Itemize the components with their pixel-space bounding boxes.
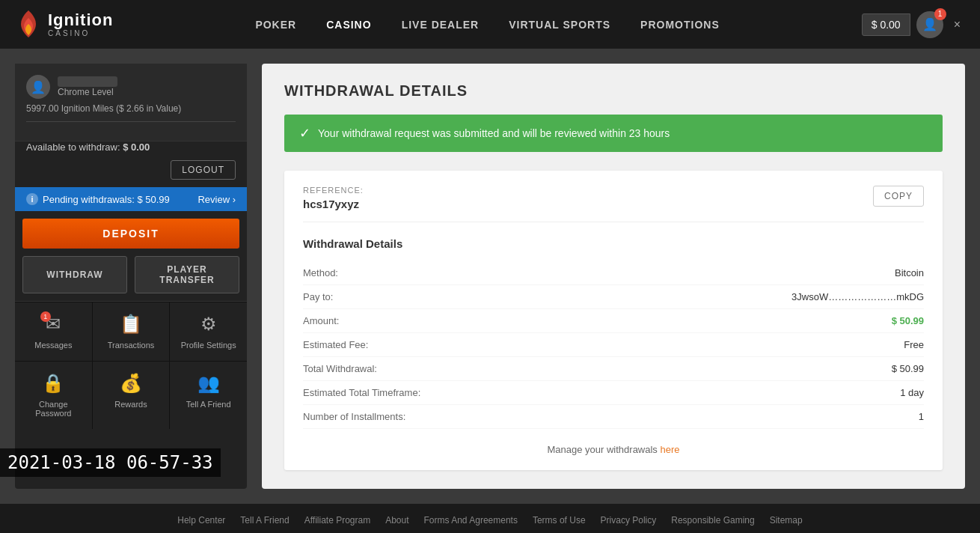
menu-password[interactable]: 🔒 Change Password <box>15 362 92 429</box>
info-icon: i <box>26 193 38 205</box>
reference-label: REFERENCE: <box>303 186 364 195</box>
total-value: $ 50.99 <box>892 363 924 374</box>
user-level: Chrome Level <box>58 87 117 97</box>
available-amount: $ 0.00 <box>123 141 150 153</box>
transactions-label: Transactions <box>108 341 155 350</box>
footer-responsible[interactable]: Responsible Gaming <box>671 515 754 526</box>
transactions-icon: 📋 <box>120 314 142 335</box>
balance-button[interactable]: $ 0.00 <box>862 13 910 36</box>
footer-privacy[interactable]: Privacy Policy <box>601 515 657 526</box>
logo-casino-label: CASINO <box>48 29 113 37</box>
page-title: WITHDRAWAL DETAILS <box>284 82 943 100</box>
nav-virtual-sports[interactable]: VIRTUAL SPORTS <box>509 19 610 31</box>
payto-value: 3JwsoW…………………mkDG <box>791 291 924 302</box>
total-label: Total Withdrawal: <box>303 363 377 374</box>
reference-row: REFERENCE: hcs17yxyz COPY <box>303 186 924 222</box>
deposit-button[interactable]: DEPOSIT <box>22 219 239 249</box>
logo-text: Ignition CASINO <box>48 11 113 37</box>
nav-casino[interactable]: CASINO <box>326 19 371 31</box>
manage-text: Manage your withdrawals <box>547 444 660 455</box>
details-card: REFERENCE: hcs17yxyz COPY Withdrawal Det… <box>284 171 943 470</box>
profile-icon: ⚙ <box>200 314 217 335</box>
nav-poker[interactable]: POKER <box>255 19 296 31</box>
main-header: Ignition CASINO POKER CASINO LIVE DEALER… <box>0 0 980 49</box>
footer-help[interactable]: Help Center <box>177 515 225 526</box>
friend-label: Tell A Friend <box>186 400 231 409</box>
success-message: Your withdrawal request was submitted an… <box>318 127 670 139</box>
close-button[interactable]: × <box>949 18 965 31</box>
menu-grid: ✉ 1 Messages 📋 Transactions ⚙ Profile Se… <box>15 301 247 429</box>
review-link[interactable]: Review › <box>197 194 236 205</box>
user-miles: 5997.00 Ignition Miles ($ 2.66 in Value) <box>26 103 236 114</box>
manage-row: Manage your withdrawals here <box>303 444 924 455</box>
footer-terms[interactable]: Terms of Use <box>533 515 586 526</box>
payto-label: Pay to: <box>303 291 333 302</box>
detail-total: Total Withdrawal: $ 50.99 <box>303 357 924 381</box>
friend-icon: 👥 <box>197 373 220 394</box>
pending-text: Pending withdrawals: $ 50.99 <box>43 194 170 205</box>
installments-label: Number of Installments: <box>303 411 405 422</box>
user-header: 👤 Chrome Level 5997.00 Ignition Miles ($… <box>15 64 247 141</box>
pending-info: i Pending withdrawals: $ 50.99 <box>26 193 170 205</box>
nav-live-dealer[interactable]: LIVE DEALER <box>402 19 480 31</box>
detail-installments: Number of Installments: 1 <box>303 405 924 429</box>
user-name-blurred <box>58 76 117 87</box>
right-panel: WITHDRAWAL DETAILS ✓ Your withdrawal req… <box>262 64 965 489</box>
header-right: $ 0.00 👤 1 × <box>862 11 965 38</box>
detail-method: Method: Bitcoin <box>303 261 924 285</box>
rewards-label: Rewards <box>114 400 147 409</box>
reference-info: REFERENCE: hcs17yxyz <box>303 186 364 210</box>
messages-badge: 1 <box>40 311 51 322</box>
manage-link[interactable]: here <box>661 444 680 455</box>
user-info-row: 👤 Chrome Level <box>26 75 236 99</box>
detail-payto: Pay to: 3JwsoW…………………mkDG <box>303 285 924 309</box>
site-footer: Help Center Tell A Friend Affiliate Prog… <box>0 504 980 533</box>
detail-fee: Estimated Fee: Free <box>303 333 924 357</box>
messages-label: Messages <box>34 341 72 350</box>
menu-messages[interactable]: ✉ 1 Messages <box>15 302 92 361</box>
logo[interactable]: Ignition CASINO <box>15 9 113 40</box>
footer-affiliate[interactable]: Affiliate Program <box>304 515 370 526</box>
nav-promotions[interactable]: PROMOTIONS <box>640 19 720 31</box>
method-value: Bitcoin <box>895 267 924 278</box>
method-label: Method: <box>303 267 338 278</box>
user-avatar: 👤 <box>26 75 50 99</box>
action-row: WITHDRAW PLAYER TRANSFER <box>15 256 247 301</box>
transfer-button[interactable]: PLAYER TRANSFER <box>135 256 239 293</box>
rewards-icon: 💰 <box>120 373 142 394</box>
menu-friend[interactable]: 👥 Tell A Friend <box>170 362 247 429</box>
pending-bar: i Pending withdrawals: $ 50.99 Review › <box>15 187 247 211</box>
fee-label: Estimated Fee: <box>303 339 368 350</box>
menu-rewards[interactable]: 💰 Rewards <box>93 362 170 429</box>
withdraw-button[interactable]: WITHDRAW <box>22 256 127 293</box>
logo-ignition-label: Ignition <box>48 11 113 29</box>
main-nav: POKER CASINO LIVE DEALER VIRTUAL SPORTS … <box>255 19 719 31</box>
profile-label: Profile Settings <box>181 341 236 350</box>
footer-links: Help Center Tell A Friend Affiliate Prog… <box>15 515 965 526</box>
timeframe-label: Estimated Total Timeframe: <box>303 387 420 398</box>
logout-row: LOGOUT <box>15 160 247 187</box>
left-panel: 👤 Chrome Level 5997.00 Ignition Miles ($… <box>15 64 247 489</box>
reference-value: hcs17yxyz <box>303 198 364 210</box>
amount-value: $ 50.99 <box>892 315 924 326</box>
logout-button[interactable]: LOGOUT <box>171 160 236 180</box>
details-title: Withdrawal Details <box>303 237 924 250</box>
footer-forms[interactable]: Forms And Agreements <box>424 515 518 526</box>
password-label: Change Password <box>22 400 85 418</box>
avatar[interactable]: 👤 1 <box>916 11 943 38</box>
detail-timeframe: Estimated Total Timeframe: 1 day <box>303 381 924 405</box>
footer-about[interactable]: About <box>385 515 408 526</box>
avatar-badge: 1 <box>934 8 946 20</box>
menu-profile[interactable]: ⚙ Profile Settings <box>170 302 247 361</box>
footer-friend[interactable]: Tell A Friend <box>240 515 289 526</box>
detail-amount: Amount: $ 50.99 <box>303 309 924 333</box>
avatar-icon: 👤 <box>922 17 937 31</box>
copy-button[interactable]: COPY <box>873 186 924 207</box>
main-content: 👤 Chrome Level 5997.00 Ignition Miles ($… <box>0 49 980 504</box>
success-banner: ✓ Your withdrawal request was submitted … <box>284 115 943 152</box>
footer-sitemap[interactable]: Sitemap <box>770 515 803 526</box>
menu-transactions[interactable]: 📋 Transactions <box>93 302 170 361</box>
flame-icon <box>15 9 42 40</box>
check-icon: ✓ <box>299 125 310 141</box>
timeframe-value: 1 day <box>900 387 924 398</box>
